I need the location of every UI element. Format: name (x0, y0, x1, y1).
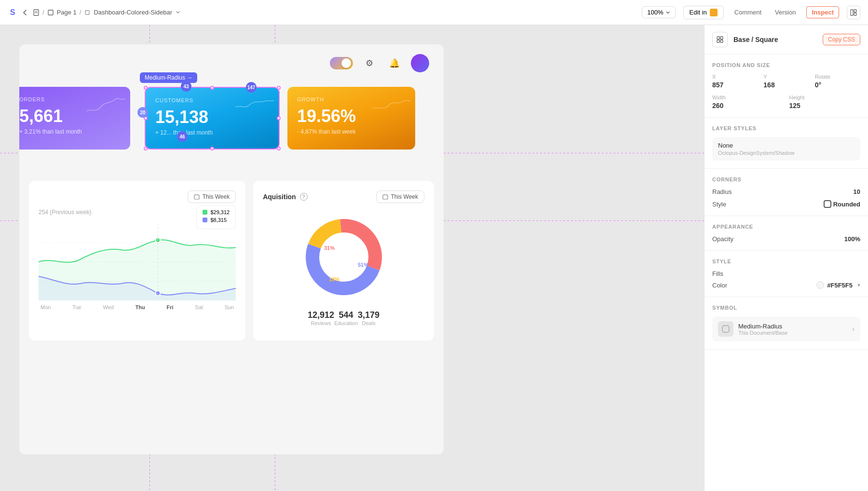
corners-radius-row: Radius 10 (712, 188, 860, 195)
prop-y: Y 168 (763, 74, 809, 89)
dashboard-frame: ⚙ 🔔 ORDERS 5,661 + 3,21% than last month (19, 44, 444, 454)
fills-label: Fills (712, 270, 860, 277)
prop-height: Height 125 (789, 95, 861, 109)
customers-sparkline (235, 97, 274, 117)
zoom-chevron-icon (665, 10, 670, 15)
appearance-section: APPEARANCE Opacity 100% (705, 216, 868, 251)
topbar-left: S / Page 1 / Dashboard-Colored-Sidebar (8, 8, 638, 17)
svg-rect-5 (851, 10, 853, 15)
acquisition-title: Aquisition (263, 193, 296, 201)
acq-education: 544 Education (334, 310, 358, 326)
line-chart-week-btn[interactable]: This Week (188, 191, 236, 203)
orders-sub: + 3,21% than last month (19, 128, 121, 135)
acquisition-week-btn[interactable]: This Week (376, 191, 424, 203)
comment-tab[interactable]: Comment (732, 7, 764, 18)
back-button[interactable] (20, 8, 30, 17)
layer-styles-section: LAYER STYLES None Octopus-DesignSystem/S… (705, 118, 868, 169)
position-title: POSITION AND SIZE (712, 62, 860, 68)
symbol-arrow-icon[interactable]: › (852, 325, 854, 333)
symbol-preview (718, 321, 733, 337)
layout-toggle-button[interactable] (847, 6, 860, 19)
customers-sub: + 12... than last month (155, 129, 269, 136)
component-name: Base / Square (733, 36, 817, 43)
handle-top-left[interactable] (144, 86, 148, 90)
badge-20: 20 (137, 107, 148, 118)
breadcrumb-page-icon[interactable] (33, 9, 40, 16)
edit-in-button[interactable]: Edit in (683, 6, 724, 19)
orders-sparkline (87, 96, 125, 116)
canvas-area[interactable]: ⚙ 🔔 ORDERS 5,661 + 3,21% than last month (0, 25, 704, 491)
corners-section: CORNERS Radius 10 Style Rounded (705, 169, 868, 216)
style-section: STYLE Fills Color #F5F5F5 ▾ (705, 251, 868, 297)
svg-point-23 (321, 234, 367, 280)
toggle-knob (341, 58, 351, 68)
dashboard-header: ⚙ 🔔 (19, 44, 444, 82)
badge-43: 43 (181, 81, 191, 92)
svg-text:51%: 51% (358, 262, 368, 268)
corners-title: CORNERS (712, 177, 860, 182)
opacity-row: Opacity 100% (712, 235, 860, 243)
svg-rect-8 (194, 195, 199, 199)
growth-sparkline (372, 96, 410, 116)
customers-card[interactable]: CUSTOMERS 15,138 + 12... than last month (145, 87, 280, 150)
main-layout: ⚙ 🔔 ORDERS 5,661 + 3,21% than last month (0, 25, 868, 491)
color-row: Color #F5F5F5 ▾ (712, 281, 860, 289)
zoom-control[interactable]: 100% (642, 6, 675, 18)
breadcrumb-doc-label[interactable]: Dashboard-Colored-Sidebar (94, 9, 172, 16)
position-section: POSITION AND SIZE X 857 Y 168 Rotate 0° … (705, 55, 868, 118)
theme-toggle[interactable] (330, 57, 353, 69)
svg-rect-7 (854, 13, 856, 15)
topbar: S / Page 1 / Dashboard-Colored-Sidebar 1… (0, 0, 868, 25)
handle-bottom-middle[interactable] (210, 147, 214, 150)
growth-card: GROWTH 19.56% - 4,87% than last week (287, 87, 415, 150)
symbol-row[interactable]: Medium-Radius This Document/Base › (712, 316, 860, 341)
settings-icon[interactable]: ⚙ (361, 55, 378, 72)
question-icon[interactable]: ? (300, 193, 308, 201)
breadcrumb-expand-icon[interactable] (175, 10, 181, 15)
handle-bottom-right[interactable] (277, 147, 281, 150)
chart-legend: $29,312 $8,315 (196, 205, 236, 229)
breadcrumb-page-label[interactable]: Page 1 (57, 9, 77, 16)
rounded-corner-icon (824, 200, 831, 208)
component-icon (712, 32, 728, 47)
svg-rect-3 (48, 10, 53, 15)
copy-css-button[interactable]: Copy CSS (823, 34, 860, 45)
symbol-info: Medium-Radius This Document/Base (738, 323, 847, 336)
layer-styles-title: LAYER STYLES (712, 125, 860, 131)
charts-row: This Week 254 (Previous week) (19, 171, 444, 341)
prop-rotate: Rotate 0° (815, 74, 860, 89)
notification-icon[interactable]: 🔔 (386, 55, 403, 72)
donut-chart-svg: 31% 51% 18% (300, 214, 387, 300)
breadcrumb-component-icon[interactable] (84, 9, 91, 16)
handle-top-right[interactable] (277, 86, 281, 90)
style-title: STYLE (712, 259, 860, 264)
handle-middle-right[interactable] (277, 116, 281, 120)
color-expand-icon[interactable]: ▾ (857, 282, 860, 288)
corners-style-row: Style Rounded (712, 200, 860, 208)
breadcrumb-page-doc[interactable] (47, 9, 54, 16)
legend-dot-blue (203, 218, 207, 222)
svg-rect-4 (85, 11, 89, 14)
svg-text:31%: 31% (324, 245, 335, 251)
handle-top-middle[interactable] (210, 86, 214, 90)
donut-section: 31% 51% 18% 12,912 Reviews (263, 209, 424, 331)
version-tab[interactable]: Version (772, 7, 799, 18)
color-swatch (816, 281, 824, 289)
handle-bottom-left[interactable] (144, 147, 148, 150)
layout-icon (850, 9, 857, 16)
acq-deals: 3,179 Deals (358, 310, 380, 326)
calendar-icon (194, 194, 200, 200)
avatar[interactable] (411, 54, 429, 72)
layer-style-box: None Octopus-DesignSystem/Shadow (712, 137, 860, 161)
inspect-tab[interactable]: Inspect (806, 6, 839, 18)
inspect-panel: Base / Square Copy CSS POSITION AND SIZE… (704, 25, 868, 491)
line-chart-card: This Week 254 (Previous week) (29, 181, 245, 341)
topbar-right: 100% Edit in Comment Version Inspect (642, 6, 860, 19)
badge-46: 46 (177, 131, 188, 142)
acq-reviews: 12,912 Reviews (308, 310, 334, 326)
s-logo[interactable]: S (8, 8, 17, 17)
prop-width: Width 260 (712, 95, 784, 109)
stats-row: ORDERS 5,661 + 3,21% than last month CUS… (19, 87, 444, 157)
symbol-section: SYMBOL Medium-Radius This Document/Base … (705, 297, 868, 350)
color-swatch-wrap: #F5F5F5 ▾ (816, 281, 860, 289)
